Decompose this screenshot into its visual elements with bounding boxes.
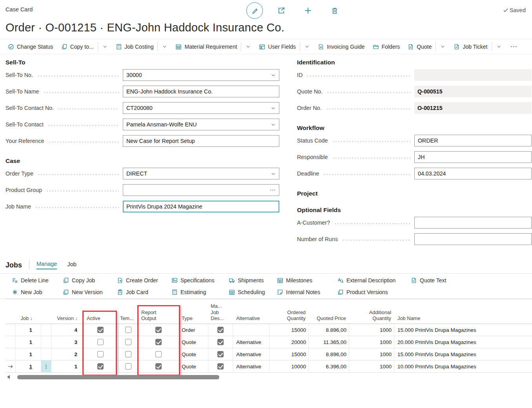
more-actions-button[interactable]: ⋯	[506, 42, 522, 51]
column-header-additional-quantity[interactable]: Additional Quantity	[349, 309, 394, 324]
job-name-input[interactable]: PrintVis Drupa 2024 Magazine	[123, 201, 279, 212]
jobs-action-external-description[interactable]: External Description	[337, 277, 411, 284]
column-header-ordered-quantity[interactable]: Ordered Quantity	[270, 309, 309, 324]
report-output-checkbox[interactable]	[155, 327, 162, 333]
column-header-type[interactable]: Type	[179, 315, 208, 324]
column-header-job-name[interactable]: Job Name	[394, 315, 532, 324]
jobs-action-specifications[interactable]: Specifications	[171, 277, 229, 284]
field-deadline: Deadline 04.03.2024	[297, 165, 532, 182]
template-checkbox[interactable]	[125, 339, 131, 345]
ordered-quantity-cell: 15000	[270, 348, 309, 360]
type-cell: Quote	[179, 348, 208, 360]
template-checkbox[interactable]	[125, 327, 131, 333]
scroll-left-arrow[interactable]	[7, 375, 10, 379]
row-menu-button[interactable]	[41, 360, 51, 372]
column-header-job[interactable]: Job ↓	[16, 315, 41, 324]
action-folders[interactable]: Folders	[369, 41, 404, 53]
delete-button[interactable]	[330, 6, 339, 15]
jobs-action-quote-text[interactable]: Quote Text	[411, 277, 532, 284]
jobs-action-estimating[interactable]: Estimating	[171, 289, 229, 295]
jobs-action-copy-job[interactable]: Copy Job	[63, 277, 117, 284]
scrollbar-track[interactable]	[13, 375, 532, 379]
man-job-des-checkbox[interactable]	[217, 327, 224, 333]
chevron-down-icon[interactable]	[271, 122, 276, 127]
active-checkbox[interactable]	[97, 327, 104, 333]
action-invoicing-guide[interactable]: Invoicing Guide	[314, 41, 369, 53]
sell-to-contact-no-input[interactable]: CT200080	[123, 102, 279, 114]
action-material-requirement[interactable]: Material Requirement	[171, 41, 241, 53]
jobs-action-new-job[interactable]: New Job	[12, 289, 63, 295]
jobs-action-create-order[interactable]: Create Order	[117, 277, 171, 284]
chevron-down-icon[interactable]	[271, 106, 276, 111]
jobs-action-shipments[interactable]: Shipments	[229, 277, 277, 284]
sell-to-no-input[interactable]: 30000	[123, 69, 279, 81]
jobs-action-internal-notes[interactable]: Internal Notes	[277, 289, 337, 295]
action-change-status[interactable]: Change Status	[4, 41, 57, 53]
number-of-runs-input[interactable]	[414, 233, 532, 245]
job-ticket-dropdown[interactable]	[492, 41, 506, 53]
scrollbar-thumb[interactable]	[17, 375, 219, 379]
action-quote[interactable]: Quote	[404, 41, 435, 53]
column-header-man-job-des[interactable]: Ma... Job Des...	[208, 303, 233, 324]
check-icon	[503, 7, 508, 13]
action-job-ticket[interactable]: Job Ticket	[450, 41, 491, 53]
column-header-active[interactable]: Active	[83, 315, 118, 324]
action-copy-to[interactable]: Copy to...	[57, 41, 98, 53]
man-job-des-checkbox[interactable]	[217, 363, 224, 370]
column-header-quoted-price[interactable]: Quoted Price	[309, 315, 349, 324]
report-output-checkbox[interactable]	[155, 339, 162, 345]
new-button[interactable]	[304, 6, 312, 15]
field-label: Responsible	[297, 154, 328, 160]
tab-job[interactable]: Job	[67, 261, 76, 269]
your-reference-input[interactable]: New Case for Report Setup	[123, 135, 279, 147]
tab-manage[interactable]: Manage	[36, 261, 57, 269]
user-fields-dropdown[interactable]	[300, 41, 314, 53]
column-header-report-output[interactable]: Report Output	[138, 309, 179, 324]
ordered-quantity-cell: 15000	[270, 324, 309, 336]
active-checkbox[interactable]	[97, 339, 104, 345]
copy-to-dropdown[interactable]	[98, 41, 112, 53]
jobs-action-delete-line[interactable]: Delete Line	[12, 277, 63, 284]
edit-button[interactable]	[246, 2, 263, 19]
a-customer-input[interactable]	[414, 217, 532, 229]
material-requirement-dropdown[interactable]	[241, 41, 255, 53]
product-group-input[interactable]: ⋯	[123, 184, 279, 196]
report-output-checkbox[interactable]	[155, 351, 162, 357]
quote-dropdown[interactable]	[436, 41, 450, 53]
active-checkbox[interactable]	[97, 363, 104, 370]
chevron-down-icon	[102, 44, 107, 49]
folders-icon	[373, 44, 379, 50]
dotted-leader	[342, 240, 410, 241]
jobs-action-new-version[interactable]: New Version	[63, 289, 117, 295]
column-header-template[interactable]: Tem...	[118, 315, 138, 324]
chevron-down-icon[interactable]	[271, 73, 276, 78]
order-type-input[interactable]: DIRECT	[123, 168, 279, 179]
report-output-checkbox[interactable]	[155, 363, 162, 370]
job-link[interactable]: 1	[29, 364, 32, 370]
job-cell: 1	[16, 348, 41, 360]
chevron-down-icon[interactable]	[271, 171, 276, 176]
man-job-des-checkbox[interactable]	[217, 339, 224, 345]
jobs-action-product-versions[interactable]: Product Versions	[337, 289, 411, 295]
column-header-alternative[interactable]: Alternative	[233, 315, 270, 324]
jobs-action-milestones[interactable]: Milestones	[277, 277, 337, 284]
action-user-fields[interactable]: User Fields	[255, 41, 300, 53]
jobs-action-scheduling[interactable]: Scheduling	[229, 289, 277, 295]
template-checkbox[interactable]	[125, 363, 131, 370]
ellipsis-assist-icon[interactable]: ⋯	[270, 187, 276, 194]
share-button[interactable]	[277, 6, 286, 15]
field-id: ID	[297, 67, 532, 83]
man-job-des-checkbox[interactable]	[217, 351, 224, 357]
job-costing-dropdown[interactable]	[158, 41, 171, 53]
responsible-input[interactable]: JH	[414, 151, 532, 163]
template-checkbox[interactable]	[125, 351, 131, 357]
sell-to-name-input[interactable]: ENG-John Haddock Insurance Co.	[123, 86, 279, 97]
action-job-costing[interactable]: Job Costing	[112, 41, 158, 53]
sell-to-contact-input[interactable]: Pamela Ansman-Wolfe ENU	[123, 119, 279, 130]
active-checkbox[interactable]	[97, 351, 104, 357]
invoicing-guide-icon	[318, 44, 324, 50]
jobs-action-job-card[interactable]: Job Card	[117, 289, 171, 295]
column-header-version[interactable]: Version ↓	[51, 315, 83, 324]
deadline-input[interactable]: 04.03.2024	[414, 168, 532, 179]
status-code-input[interactable]: ORDER	[414, 135, 532, 146]
